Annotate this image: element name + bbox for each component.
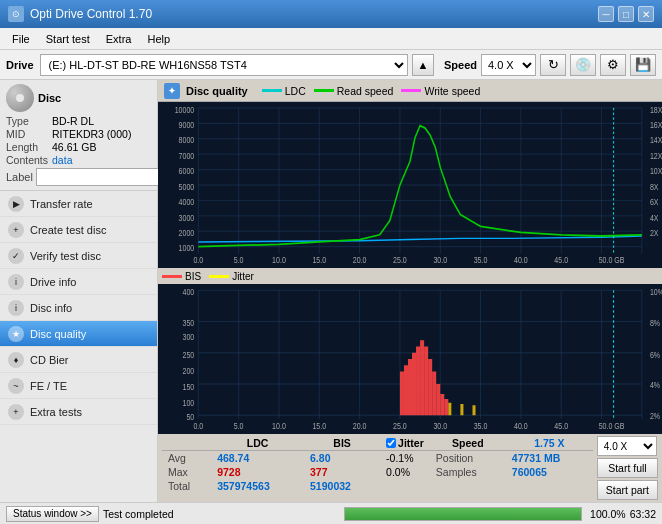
svg-text:25.0: 25.0 xyxy=(393,256,407,266)
svg-text:8%: 8% xyxy=(650,319,660,329)
svg-text:4000: 4000 xyxy=(179,198,195,208)
svg-text:8000: 8000 xyxy=(179,136,195,146)
nav-items: ▶ Transfer rate + Create test disc ✓ Ver… xyxy=(0,191,157,502)
menu-help[interactable]: Help xyxy=(139,31,178,47)
samples-label: Samples xyxy=(430,465,506,479)
speed-select[interactable]: 4.0 X xyxy=(481,54,536,76)
legend-write-speed: Write speed xyxy=(401,85,480,97)
sidebar-item-transfer-rate[interactable]: ▶ Transfer rate xyxy=(0,191,157,217)
disc-contents-value: data xyxy=(52,154,151,166)
fe-te-icon: ~ xyxy=(8,378,24,394)
max-label: Max xyxy=(162,465,211,479)
disc-button[interactable]: 💿 xyxy=(570,54,596,76)
svg-text:2%: 2% xyxy=(650,411,660,421)
svg-text:6%: 6% xyxy=(650,350,660,360)
speed-label: Speed xyxy=(444,59,477,71)
write-speed-legend-color xyxy=(401,89,421,92)
sidebar-label-drive-info: Drive info xyxy=(30,276,76,288)
svg-text:400: 400 xyxy=(183,288,195,298)
sidebar-item-drive-info[interactable]: i Drive info xyxy=(0,269,157,295)
menu-file[interactable]: File xyxy=(4,31,38,47)
settings-button[interactable]: ⚙ xyxy=(600,54,626,76)
disc-panel-header: Disc xyxy=(6,84,151,112)
sidebar-label-extra-tests: Extra tests xyxy=(30,406,82,418)
svg-text:10000: 10000 xyxy=(175,105,195,115)
refresh-button[interactable]: ↻ xyxy=(540,54,566,76)
disc-quality-title: Disc quality xyxy=(186,85,248,97)
disc-type-value: BD-R DL xyxy=(52,115,151,127)
disc-quality-panel-icon: ✦ xyxy=(164,83,180,99)
sidebar-item-disc-quality[interactable]: ★ Disc quality xyxy=(0,321,157,347)
avg-jitter: -0.1% xyxy=(380,451,430,466)
save-button[interactable]: 💾 xyxy=(630,54,656,76)
jitter-checkbox[interactable] xyxy=(386,438,396,448)
menu-start-test[interactable]: Start test xyxy=(38,31,98,47)
max-bis: 377 xyxy=(304,465,380,479)
start-full-button[interactable]: Start full xyxy=(597,458,658,478)
svg-text:15.0: 15.0 xyxy=(312,421,326,431)
position-val: 47731 MB xyxy=(506,451,593,466)
sidebar-item-create-test-disc[interactable]: + Create test disc xyxy=(0,217,157,243)
disc-label-input[interactable] xyxy=(36,168,169,186)
svg-text:20.0: 20.0 xyxy=(353,256,367,266)
svg-text:45.0: 45.0 xyxy=(554,421,568,431)
jitter-legend-color xyxy=(209,275,229,278)
disc-mid-value: RITEKDR3 (000) xyxy=(52,128,151,140)
disc-section-label: Disc xyxy=(38,92,61,104)
svg-text:10.0: 10.0 xyxy=(272,256,286,266)
svg-rect-84 xyxy=(448,403,451,416)
menubar: File Start test Extra Help xyxy=(0,28,662,50)
chart-bottom: BIS Jitter xyxy=(158,268,662,434)
svg-text:30.0: 30.0 xyxy=(433,421,447,431)
sidebar: Disc Type BD-R DL MID RITEKDR3 (000) Len… xyxy=(0,80,158,502)
start-part-button[interactable]: Start part xyxy=(597,480,658,500)
bottom-chart-svg: 400 350 300 250 200 150 100 50 10% 8% 6%… xyxy=(158,284,662,434)
maximize-button[interactable]: □ xyxy=(618,6,634,22)
svg-text:250: 250 xyxy=(183,350,195,360)
ldc-legend-label: LDC xyxy=(285,85,306,97)
minimize-button[interactable]: ─ xyxy=(598,6,614,22)
svg-text:8X: 8X xyxy=(650,182,659,192)
app-title: Opti Drive Control 1.70 xyxy=(30,7,152,21)
sidebar-item-extra-tests[interactable]: + Extra tests xyxy=(0,399,157,425)
disc-graphic xyxy=(6,84,34,112)
main-area: Disc Type BD-R DL MID RITEKDR3 (000) Len… xyxy=(0,80,662,502)
titlebar-controls[interactable]: ─ □ ✕ xyxy=(598,6,654,22)
svg-text:40.0: 40.0 xyxy=(514,256,528,266)
stats-row-total: Total 357974563 5190032 xyxy=(162,479,593,493)
svg-rect-82 xyxy=(440,394,444,415)
sidebar-item-disc-info[interactable]: i Disc info xyxy=(0,295,157,321)
svg-text:10X: 10X xyxy=(650,167,662,177)
stats-data-table: LDC BIS Jitter Speed 1.75 X xyxy=(162,436,593,493)
svg-text:40.0: 40.0 xyxy=(514,421,528,431)
svg-text:12X: 12X xyxy=(650,151,662,161)
svg-text:50.0 GB: 50.0 GB xyxy=(599,421,625,431)
drive-select[interactable]: (E:) HL-DT-ST BD-RE WH16NS58 TST4 xyxy=(40,54,408,76)
action-speed-select[interactable]: 4.0 X xyxy=(597,436,657,456)
svg-text:0.0: 0.0 xyxy=(193,256,203,266)
disc-type-label: Type xyxy=(6,115,48,127)
svg-text:350: 350 xyxy=(183,319,195,329)
svg-text:4%: 4% xyxy=(650,380,660,390)
svg-text:25.0: 25.0 xyxy=(393,421,407,431)
drive-eject-button[interactable]: ▲ xyxy=(412,54,434,76)
max-jitter: 0.0% xyxy=(380,465,430,479)
sidebar-item-fe-te[interactable]: ~ FE / TE xyxy=(0,373,157,399)
svg-text:9000: 9000 xyxy=(179,121,195,131)
disc-info-grid: Type BD-R DL MID RITEKDR3 (000) Length 4… xyxy=(6,115,151,166)
disc-panel: Disc Type BD-R DL MID RITEKDR3 (000) Len… xyxy=(0,80,157,191)
drivebar: Drive (E:) HL-DT-ST BD-RE WH16NS58 TST4 … xyxy=(0,50,662,80)
status-text: Test completed xyxy=(103,508,340,520)
total-jitter xyxy=(380,479,430,493)
svg-text:0.0: 0.0 xyxy=(193,421,203,431)
svg-text:16X: 16X xyxy=(650,121,662,131)
close-button[interactable]: ✕ xyxy=(638,6,654,22)
sidebar-item-verify-test-disc[interactable]: ✓ Verify test disc xyxy=(0,243,157,269)
status-window-button[interactable]: Status window >> xyxy=(6,506,99,522)
svg-rect-85 xyxy=(460,404,463,415)
svg-text:20.0: 20.0 xyxy=(353,421,367,431)
sidebar-item-cd-bier[interactable]: ♦ CD Bier xyxy=(0,347,157,373)
sidebar-label-disc-info: Disc info xyxy=(30,302,72,314)
svg-rect-74 xyxy=(408,359,412,415)
menu-extra[interactable]: Extra xyxy=(98,31,140,47)
